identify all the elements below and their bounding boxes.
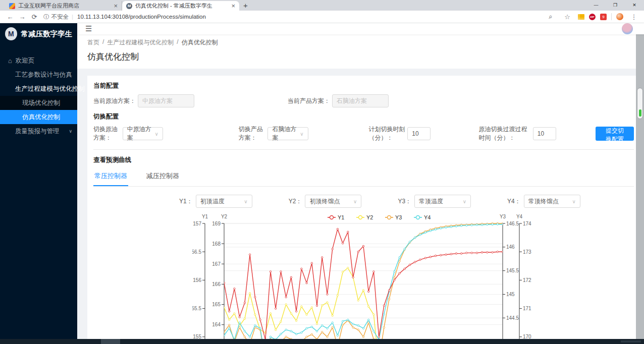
svg-text:166: 166 <box>212 281 221 287</box>
app-window: M 常减压数字孪生 ⌂ 欢迎页 工艺参数设计与仿真 生产过程建模与优化控制 ∧ … <box>0 23 644 339</box>
back-icon[interactable]: ← <box>4 13 16 21</box>
new-tab-button[interactable]: + <box>243 1 248 10</box>
toolbar-right: ⌕ ☆ ABP 9 ⋮ <box>545 13 640 21</box>
zoom-icon[interactable]: ⌕ <box>545 13 557 21</box>
breadcrumb-home[interactable]: 首页 <box>87 38 99 47</box>
tab-close-icon[interactable]: × <box>114 3 118 9</box>
y-selectors-row: Y1： 初顶温度 ∨ Y2： 初顶终馏点 ∨ Y <box>179 195 634 208</box>
window-controls: — ❐ ✕ <box>586 0 644 10</box>
svg-text:Y1: Y1 <box>202 214 208 219</box>
scrollbar-thumb[interactable] <box>637 88 643 119</box>
content-card: 当前配置 当前原油方案： 中原油方案 当前产品方案： 石脑油方案 切换配置 切换… <box>87 76 640 344</box>
menu-fold-icon[interactable]: ☰ <box>85 24 92 33</box>
home-icon: ⌂ <box>8 57 12 65</box>
select-value: 石脑油方案 <box>272 125 300 142</box>
reload-icon[interactable]: ⟳ <box>28 13 40 21</box>
svg-text:155.5: 155.5 <box>192 306 201 311</box>
app-favicon: M <box>126 3 132 9</box>
sidebar-item-quality-forecast[interactable]: 质量预报与管理 ∨ <box>0 124 77 138</box>
chevron-down-icon: ∨ <box>572 199 575 204</box>
y2-select[interactable]: 初顶终馏点 ∨ <box>305 195 361 208</box>
windows-taskbar[interactable] <box>0 339 644 344</box>
browser-tab-active[interactable]: M 仿真优化控制 - 常减压数字孪生 × <box>122 1 239 11</box>
chevron-down-icon: ∨ <box>300 131 303 137</box>
minimize-button[interactable]: — <box>586 0 606 10</box>
forward-icon[interactable]: → <box>16 13 28 21</box>
tab-close-icon[interactable]: × <box>231 3 235 9</box>
sidebar-menu: ⌂ 欢迎页 工艺参数设计与仿真 生产过程建模与优化控制 ∧ 现场优化控制 仿真优… <box>0 53 77 138</box>
toolbar-divider <box>611 13 612 20</box>
y1-label: Y1： <box>179 197 193 206</box>
app-logo[interactable]: M 常减压数字孪生 <box>0 23 77 44</box>
switch-product-select[interactable]: 石脑油方案 ∨ <box>267 127 308 140</box>
chevron-down-icon: ∨ <box>244 199 247 204</box>
svg-text:169: 169 <box>212 221 221 226</box>
screen: 工业互联网平台应用商店 × M 仿真优化控制 - 常减压数字孪生 × + — ❐… <box>0 0 644 344</box>
breadcrumb-section[interactable]: 生产过程建模与优化控制 <box>107 38 174 47</box>
current-crude-label: 当前原油方案： <box>93 97 136 105</box>
svg-text:145: 145 <box>506 292 515 297</box>
submit-switch-config-button[interactable]: 提交切换配置 <box>596 127 634 141</box>
svg-text:173: 173 <box>523 249 531 255</box>
info-icon[interactable]: ⓘ <box>43 13 49 21</box>
svg-text:168: 168 <box>212 241 221 247</box>
page-title: 仿真优化控制 <box>87 51 636 63</box>
transition-time-input[interactable]: 10 <box>533 127 556 140</box>
y3-select[interactable]: 常顶温度 ∨ <box>414 195 471 208</box>
y4-select[interactable]: 常顶终馏点 ∨ <box>524 195 580 208</box>
svg-text:146.5: 146.5 <box>506 221 519 226</box>
tab-vacuum-controller[interactable]: 减压控制器 <box>145 168 180 186</box>
taskbar-app-segment[interactable] <box>101 339 120 344</box>
prediction-chart: Y1157156.5156155.5155154.5Y2169168167166… <box>192 213 634 344</box>
y1-select[interactable]: 初顶温度 ∨ <box>196 195 252 208</box>
extension-grid-icon[interactable] <box>578 14 584 20</box>
page-scrollbar[interactable]: ▲ <box>636 23 644 339</box>
logo-icon: M <box>5 27 17 40</box>
orange-extension-icon[interactable] <box>616 13 623 20</box>
sidebar-item-welcome[interactable]: ⌂ 欢迎页 <box>0 53 77 68</box>
browser-tab-store[interactable]: 工业互联网平台应用商店 × <box>5 1 122 11</box>
svg-text:145.5: 145.5 <box>506 268 519 273</box>
breadcrumb-current: 仿真优化控制 <box>182 38 218 47</box>
y4-label: Y4： <box>507 197 521 206</box>
sidebar-item-process-design[interactable]: 工艺参数设计与仿真 <box>0 68 77 82</box>
chevron-down-icon: ∨ <box>154 131 158 137</box>
tab-title: 仿真优化控制 - 常减压数字孪生 <box>135 2 228 10</box>
svg-text:174: 174 <box>523 221 531 226</box>
chrome-menu-icon[interactable]: ⋮ <box>628 13 640 21</box>
bookmark-star-icon[interactable]: ☆ <box>561 13 573 21</box>
plan-time-input[interactable]: 10 <box>407 127 431 140</box>
prediction-section-label: 查看预测曲线 <box>93 156 634 164</box>
title-block: 首页 / 生产过程建模与优化控制 / 仿真优化控制 仿真优化控制 <box>77 34 644 69</box>
browser-tabstrip: 工业互联网平台应用商店 × M 仿真优化控制 - 常减压数字孪生 × + — ❐… <box>0 0 644 11</box>
divider <box>93 149 634 150</box>
sidebar-item-onsite-control[interactable]: 现场优化控制 <box>0 96 77 110</box>
breadcrumb: 首页 / 生产过程建模与优化控制 / 仿真优化控制 <box>87 38 636 47</box>
svg-text:Y3: Y3 <box>395 214 402 220</box>
sidebar-item-modeling-control[interactable]: 生产过程建模与优化控制 ∧ <box>0 82 77 96</box>
address-bar[interactable]: ⓘ 不安全 | 10.11.13.104:30108/productionPro… <box>43 13 545 21</box>
y3-label: Y3： <box>398 197 411 206</box>
current-config-section-label: 当前配置 <box>93 82 634 90</box>
switch-crude-select[interactable]: 中原油方案 ∨ <box>123 127 163 140</box>
sidebar-item-simulation-control[interactable]: 仿真优化控制 <box>0 110 77 124</box>
select-value: 初顶终馏点 <box>309 197 340 206</box>
avatar[interactable] <box>622 23 633 34</box>
maximize-button[interactable]: ❐ <box>606 0 625 10</box>
close-button[interactable]: ✕ <box>625 0 644 10</box>
svg-text:Y4: Y4 <box>516 214 523 219</box>
breadcrumb-separator: / <box>177 38 178 47</box>
red-extension-icon[interactable]: 9 <box>600 14 607 20</box>
sidebar-item-label: 欢迎页 <box>16 56 35 65</box>
adblock-extension-icon[interactable]: ABP <box>589 14 596 20</box>
taskbar-tray[interactable] <box>621 340 641 342</box>
svg-text:171: 171 <box>523 306 531 311</box>
sidebar-item-label: 仿真优化控制 <box>22 113 60 122</box>
tab-atmospheric-controller[interactable]: 常压控制器 <box>93 168 128 186</box>
svg-text:172: 172 <box>523 277 531 283</box>
plan-time-label: 计划切换时刻（分）： <box>369 125 408 142</box>
security-label: 不安全 <box>51 13 69 21</box>
svg-text:144.5: 144.5 <box>506 315 519 321</box>
svg-text:164: 164 <box>212 322 221 327</box>
breadcrumb-separator: / <box>102 38 104 47</box>
